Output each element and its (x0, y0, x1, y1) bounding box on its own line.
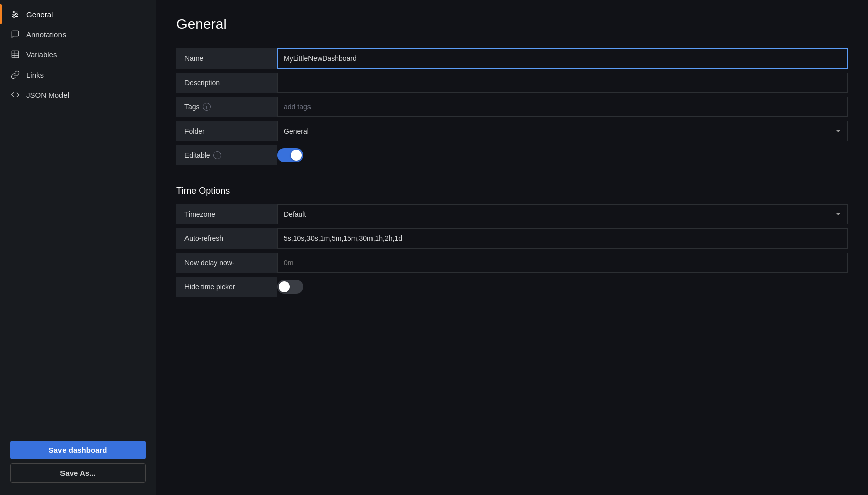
sidebar-item-variables[interactable]: Variables (0, 44, 156, 65)
editable-info-icon[interactable]: i (213, 151, 221, 159)
description-field-cell (277, 73, 848, 93)
now-delay-row: Now delay now- (176, 253, 848, 273)
description-label: Description (176, 73, 277, 93)
save-as-button[interactable]: Save As... (10, 463, 146, 483)
timezone-select[interactable]: Default UTC Browser (277, 204, 848, 224)
sliders-icon (10, 9, 20, 19)
page-title: General (176, 16, 848, 32)
tags-field-cell: add tags (277, 97, 848, 117)
description-input[interactable] (277, 73, 848, 93)
link-icon (10, 70, 20, 80)
tags-label: Tags i (176, 97, 277, 117)
save-dashboard-button[interactable]: Save dashboard (10, 441, 146, 459)
svg-rect-6 (12, 51, 19, 58)
sidebar-item-links[interactable]: Links (0, 65, 156, 85)
table-icon (10, 49, 20, 59)
tags-info-icon[interactable]: i (203, 103, 211, 111)
hide-time-picker-row: Hide time picker (176, 277, 848, 297)
now-delay-label: Now delay now- (176, 253, 277, 273)
sidebar-item-general[interactable]: General (0, 4, 156, 24)
main-content: General Name Description Tags (156, 0, 868, 495)
editable-field-cell (277, 146, 848, 164)
editable-row: Editable i (176, 145, 848, 165)
timezone-label: Timezone (176, 204, 277, 224)
editable-toggle[interactable] (277, 148, 303, 162)
folder-row: Folder General Default (176, 121, 848, 141)
now-delay-field-cell (277, 253, 848, 273)
name-label: Name (176, 48, 277, 69)
timezone-field-cell: Default UTC Browser (277, 204, 848, 224)
folder-field-cell: General Default (277, 121, 848, 141)
sidebar-nav: General Annotations Variables Links (0, 0, 156, 432)
tags-input[interactable]: add tags (277, 97, 848, 117)
now-delay-input[interactable] (277, 253, 848, 273)
name-row: Name (176, 48, 848, 69)
hide-time-picker-label: Hide time picker (176, 277, 277, 297)
folder-select[interactable]: General Default (277, 121, 848, 141)
folder-label: Folder (176, 121, 277, 141)
sidebar-item-annotations[interactable]: Annotations (0, 24, 156, 44)
sidebar-item-variables-label: Variables (26, 50, 57, 59)
hide-time-picker-toggle[interactable] (277, 280, 303, 294)
name-field-cell (277, 48, 848, 69)
auto-refresh-field-cell (277, 228, 848, 249)
hide-time-picker-field-cell (277, 278, 848, 296)
name-input[interactable] (277, 48, 848, 69)
hide-time-picker-thumb (279, 281, 290, 292)
sidebar-item-links-label: Links (26, 71, 44, 79)
sidebar-item-json-model-label: JSON Model (26, 91, 69, 99)
sidebar-item-annotations-label: Annotations (26, 30, 66, 39)
sidebar-item-json-model[interactable]: JSON Model (0, 85, 156, 105)
general-form-section: Name Description Tags i a (176, 48, 848, 165)
svg-point-3 (13, 11, 15, 13)
comment-icon (10, 29, 20, 39)
auto-refresh-input[interactable] (277, 228, 848, 249)
hide-time-picker-toggle-wrapper (277, 278, 848, 296)
editable-toggle-wrapper (277, 146, 848, 164)
editable-label: Editable i (176, 145, 277, 165)
sidebar-item-general-label: General (26, 10, 53, 19)
auto-refresh-row: Auto-refresh (176, 228, 848, 249)
timezone-row: Timezone Default UTC Browser (176, 204, 848, 224)
code-icon (10, 90, 20, 100)
auto-refresh-label: Auto-refresh (176, 228, 277, 249)
editable-thumb (291, 150, 302, 161)
sidebar: General Annotations Variables Links (0, 0, 156, 495)
sidebar-buttons: Save dashboard Save As... (0, 432, 156, 495)
svg-point-4 (15, 13, 17, 15)
time-options-title: Time Options (176, 185, 848, 196)
time-options-section: Time Options Timezone Default UTC Browse… (176, 185, 848, 297)
tags-row: Tags i add tags (176, 97, 848, 117)
description-row: Description (176, 73, 848, 93)
svg-point-5 (13, 16, 15, 18)
